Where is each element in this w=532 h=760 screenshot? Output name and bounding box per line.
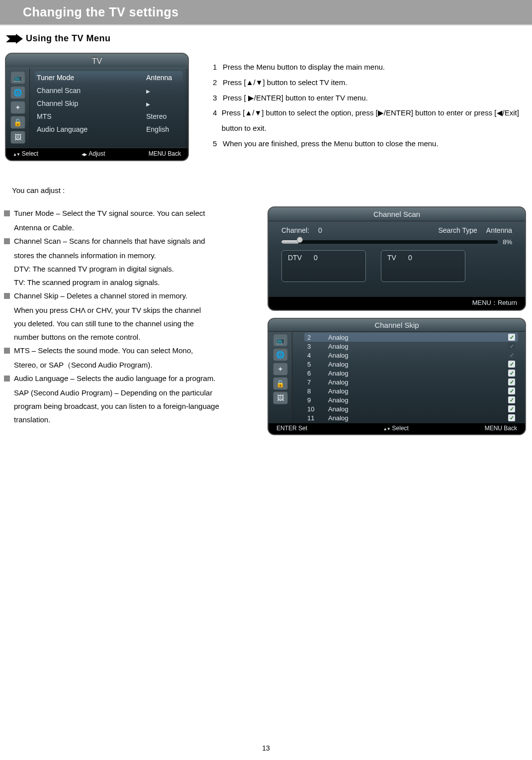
skip-channel-type: Analog [328, 334, 508, 341]
skip-channel-number: 11 [307, 414, 328, 422]
skip-channel-row[interactable]: 6Analog✓ [307, 369, 515, 378]
pointer-arrow-icon [6, 34, 23, 44]
tv-menu-item-value: Antenna [141, 74, 183, 82]
skip-checkbox[interactable]: ✓ [508, 343, 515, 350]
scan-tv-value: 0 [408, 254, 412, 262]
skip-channel-type: Analog [328, 414, 508, 422]
scan-searchtype-label: Search Type [438, 226, 477, 234]
description-head: Channel Skip – Deletes a channel stored … [14, 289, 259, 302]
picture-icon: 🖼 [10, 131, 25, 144]
scan-progress-pct: 8% [503, 238, 512, 246]
description-head: Audio Language – Selects the audio langu… [14, 372, 259, 385]
description-text: Channel Skip – Deletes a channel stored … [14, 289, 259, 302]
globe-icon: 🌐 [10, 86, 25, 99]
skip-channel-number: 6 [307, 370, 328, 377]
skip-channel-row[interactable]: 11Analog✓ [307, 413, 515, 422]
description-head: Tuner Mode – Select the TV signal source… [14, 206, 259, 220]
description-item: Audio Language – Selects the audio langu… [4, 372, 259, 385]
instruction-text: Press [▲/▼] button to select the option,… [222, 105, 527, 136]
skip-channel-type: Analog [328, 379, 508, 386]
description-text: MTS – Selects the sound mode. You can se… [14, 344, 259, 357]
page-number: 13 [262, 744, 270, 752]
description-item: MTS – Selects the sound mode. You can se… [4, 344, 259, 357]
skip-channel-row[interactable]: 9Analog✓ [307, 395, 515, 404]
tv-menu-item-label: Tuner Mode [37, 74, 74, 82]
instruction-text: Press the Menu button to display the mai… [223, 60, 385, 75]
tv-menu-item[interactable]: Channel Scan [37, 84, 183, 97]
channel-scan-title: Channel Scan [268, 207, 525, 221]
tv-menu-item[interactable]: Audio LanguageEnglish [37, 123, 183, 136]
skip-channel-type: Analog [328, 370, 508, 377]
tv-menu-item[interactable]: Channel Skip [37, 97, 183, 110]
scan-tv-box: TV 0 [381, 250, 465, 282]
section-header: Using the TV Menu [6, 33, 532, 44]
description-line: TV: The scanned program in analog signal… [14, 276, 259, 289]
tools-icon: ✦ [273, 363, 288, 376]
skip-channel-type: Analog [328, 343, 508, 350]
channel-skip-osd: Channel Skip 📺 🌐 ✦ 🔒 🖼 2Analog✓3Analog✓4… [267, 318, 526, 435]
skip-channel-number: 5 [307, 361, 328, 368]
instruction-step: 1Press the Menu button to display the ma… [213, 60, 527, 75]
tv-menu-title: TV [6, 54, 188, 68]
skip-channel-type: Analog [328, 405, 508, 413]
description-text: Channel Scan – Scans for channels that h… [14, 234, 259, 248]
skip-channel-type: Analog [328, 396, 508, 404]
page-header: Changing the TV settings [0, 0, 532, 25]
bullet-square-icon [4, 210, 10, 216]
tv-icon: 📺 [10, 71, 25, 84]
skip-channel-row[interactable]: 5Analog✓ [307, 360, 515, 369]
skip-channel-type: Analog [328, 387, 508, 395]
description-line: SAP (Second Audio Program) – Depending o… [14, 386, 259, 399]
instruction-number: 3 [213, 91, 223, 106]
tv-menu-item-value: English [141, 125, 183, 133]
skip-channel-number: 8 [307, 387, 328, 395]
skip-channel-row[interactable]: 4Analog✓ [307, 351, 515, 360]
tv-menu-item-label: MTS [37, 112, 52, 120]
instruction-number: 5 [213, 136, 223, 152]
description-line: program being broadcast, you can listen … [14, 399, 259, 413]
globe-icon: 🌐 [273, 348, 288, 361]
skip-checkbox[interactable]: ✓ [508, 405, 515, 412]
skip-channel-type: Analog [328, 352, 508, 359]
scan-tv-label: TV [387, 254, 396, 262]
skip-checkbox[interactable]: ✓ [508, 414, 515, 421]
description-line: Antenna or Cable. [14, 221, 259, 234]
scan-footer: MENU：Return [268, 297, 525, 310]
bullet-square-icon [4, 376, 10, 381]
tv-menu-item-label: Channel Scan [37, 87, 81, 95]
scan-progress: 8% [281, 238, 512, 245]
skip-channel-number: 10 [307, 405, 328, 413]
bullet-square-icon [4, 293, 10, 299]
skip-checkbox[interactable]: ✓ [508, 396, 515, 403]
skip-footer: ENTER Set Select MENU Back [268, 423, 525, 434]
description-head: Channel Scan – Scans for channels that h… [14, 234, 259, 248]
skip-footer-back: MENU Back [485, 425, 517, 432]
scan-searchtype-value: Antenna [486, 226, 512, 234]
page-title: Changing the TV settings [23, 5, 532, 19]
skip-channel-row[interactable]: 2Analog✓ [304, 333, 518, 342]
skip-channel-type: Analog [328, 361, 508, 368]
lock-icon: 🔒 [273, 377, 288, 390]
skip-channel-row[interactable]: 3Analog✓ [307, 342, 515, 351]
instruction-text: Press [ ▶/ENTER] button to enter TV menu… [223, 91, 368, 106]
skip-checkbox[interactable]: ✓ [508, 387, 515, 394]
skip-channel-row[interactable]: 10Analog✓ [307, 404, 515, 413]
tv-menu-icon-column: 📺 🌐 ✦ 🔒 🖼 [6, 68, 30, 148]
footer-select: Select [22, 150, 38, 157]
skip-channel-row[interactable]: 8Analog✓ [307, 386, 515, 395]
instruction-number: 1 [213, 60, 223, 75]
tv-menu-item[interactable]: Tuner ModeAntenna [35, 71, 183, 84]
channel-skip-title: Channel Skip [268, 319, 525, 332]
skip-checkbox[interactable]: ✓ [508, 352, 515, 359]
skip-channel-row[interactable]: 7Analog✓ [307, 378, 515, 386]
tv-menu-list: Tuner ModeAntennaChannel ScanChannel Ski… [30, 68, 188, 148]
skip-checkbox[interactable]: ✓ [508, 361, 515, 368]
scan-dtv-box: DTV 0 [281, 250, 366, 282]
skip-checkbox[interactable]: ✓ [508, 334, 515, 341]
skip-checkbox[interactable]: ✓ [508, 370, 515, 377]
skip-checkbox[interactable]: ✓ [508, 379, 515, 385]
tv-menu-item[interactable]: MTSStereo [37, 110, 183, 123]
tv-menu-osd: TV 📺 🌐 ✦ 🔒 🖼 Tuner ModeAntennaChannel Sc… [5, 53, 189, 161]
scan-dtv-value: 0 [314, 254, 318, 262]
skip-channel-number: 4 [307, 352, 328, 359]
